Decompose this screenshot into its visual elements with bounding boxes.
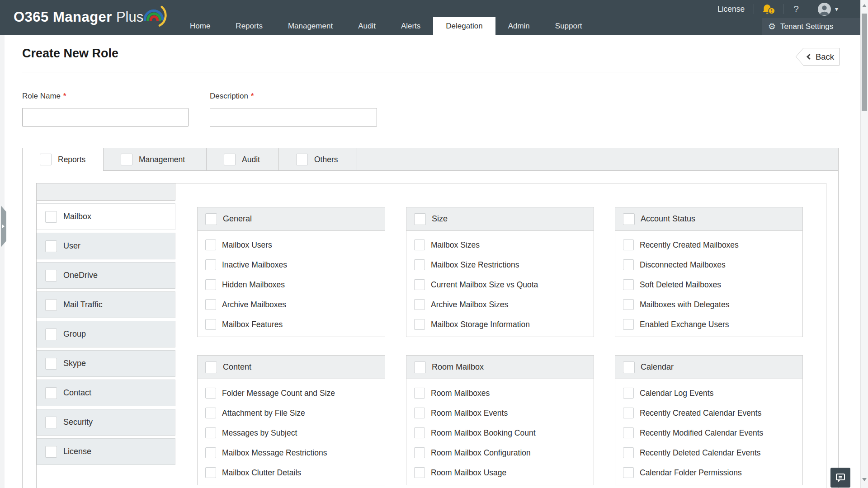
nav-item[interactable]: Management — [275, 17, 345, 35]
category-tab[interactable]: Reports — [23, 148, 104, 171]
license-link[interactable]: License — [708, 5, 754, 14]
report-item-checkbox[interactable] — [623, 319, 634, 330]
report-item[interactable]: Room Mailbox Booking Count — [414, 423, 594, 443]
nav-item[interactable]: Delegation — [433, 17, 495, 35]
sidebar-item-checkbox[interactable] — [45, 270, 57, 282]
tab-checkbox[interactable] — [224, 154, 236, 165]
report-item[interactable]: Recently Deleted Calendar Events — [623, 443, 802, 463]
report-item-checkbox[interactable] — [623, 447, 634, 458]
panel-checkbox[interactable] — [205, 361, 217, 373]
report-item[interactable]: Archive Mailboxes — [205, 295, 385, 314]
report-item-checkbox[interactable] — [623, 427, 634, 438]
report-item-checkbox[interactable] — [623, 279, 634, 290]
notification-bell-icon[interactable]: ! — [754, 3, 783, 15]
panel-header[interactable]: Account Status — [615, 207, 802, 231]
report-item-checkbox[interactable] — [414, 427, 425, 438]
report-item[interactable]: Hidden Mailboxes — [205, 275, 385, 295]
nav-item[interactable]: Support — [542, 17, 595, 35]
sidebar-item[interactable]: OneDrive — [37, 262, 175, 289]
vertical-scrollbar[interactable] — [860, 0, 868, 488]
sidebar-item[interactable]: Contact — [37, 380, 175, 406]
report-item-checkbox[interactable] — [414, 259, 425, 270]
nav-item[interactable]: Home — [177, 17, 223, 35]
report-item-checkbox[interactable] — [205, 299, 216, 310]
sidebar-item-checkbox[interactable] — [45, 211, 57, 223]
report-item-checkbox[interactable] — [623, 467, 634, 478]
report-item-checkbox[interactable] — [205, 279, 216, 290]
report-item[interactable]: Room Mailbox Configuration — [414, 443, 594, 463]
scrollbar-thumb[interactable] — [862, 14, 867, 111]
report-item-checkbox[interactable] — [205, 388, 216, 399]
scrollbar-up-arrow[interactable] — [862, 4, 867, 7]
tab-checkbox[interactable] — [40, 154, 52, 165]
report-item[interactable]: Disconnected Mailboxes — [623, 255, 802, 275]
report-item-checkbox[interactable] — [414, 299, 425, 310]
report-item-checkbox[interactable] — [623, 388, 634, 399]
sidebar-item[interactable]: Mail Traffic — [37, 291, 175, 318]
help-icon[interactable]: ? — [783, 4, 809, 14]
panel-expander-handle[interactable] — [1, 206, 6, 247]
report-item[interactable]: Room Mailbox Events — [414, 403, 594, 423]
scrollbar-down-arrow[interactable] — [862, 478, 867, 481]
sidebar-item-checkbox[interactable] — [45, 387, 57, 399]
report-item-checkbox[interactable] — [205, 447, 216, 458]
report-item-checkbox[interactable] — [414, 388, 425, 399]
report-item[interactable]: Recently Created Calendar Events — [623, 403, 802, 423]
report-item[interactable]: Mailbox Message Restrictions — [205, 443, 385, 463]
report-item-checkbox[interactable] — [205, 427, 216, 438]
report-item-checkbox[interactable] — [623, 408, 634, 418]
report-item-checkbox[interactable] — [205, 408, 216, 418]
report-item[interactable]: Room Mailbox Usage — [414, 463, 594, 483]
category-tab[interactable]: Audit — [207, 148, 279, 171]
report-item-checkbox[interactable] — [414, 319, 425, 330]
report-item-checkbox[interactable] — [414, 279, 425, 290]
sidebar-item-checkbox[interactable] — [45, 299, 57, 311]
report-item-checkbox[interactable] — [623, 299, 634, 310]
panel-checkbox[interactable] — [414, 213, 426, 225]
sidebar-item[interactable]: Skype — [37, 350, 175, 377]
report-item[interactable]: Attachment by File Size — [205, 403, 385, 423]
report-item[interactable]: Enabled Exchange Users — [623, 314, 802, 334]
report-item-checkbox[interactable] — [205, 259, 216, 270]
sidebar-item[interactable]: Group — [37, 321, 175, 347]
sidebar-item[interactable]: License — [37, 438, 175, 465]
sidebar-item-checkbox[interactable] — [45, 358, 57, 370]
report-item[interactable]: Soft Deleted Mailboxes — [623, 275, 802, 295]
panel-header[interactable]: Calendar — [615, 356, 802, 379]
panel-header[interactable]: Size — [406, 207, 594, 231]
report-item[interactable]: Calendar Folder Permissions — [623, 463, 802, 483]
report-item-checkbox[interactable] — [414, 467, 425, 478]
panel-header[interactable]: Content — [198, 356, 385, 379]
sidebar-item-checkbox[interactable] — [45, 446, 57, 458]
feedback-chat-button[interactable] — [830, 468, 850, 488]
report-item[interactable]: Mailboxes with Delegates — [623, 295, 802, 314]
sidebar-item-checkbox[interactable] — [45, 328, 57, 340]
sidebar-item[interactable]: Mailbox — [37, 203, 175, 230]
report-item[interactable]: Room Mailboxes — [414, 383, 594, 403]
report-item[interactable]: Recently Created Mailboxes — [623, 235, 802, 255]
report-item[interactable]: Recently Modified Calendar Events — [623, 423, 802, 443]
user-menu[interactable]: ▾ — [809, 2, 844, 16]
report-item[interactable]: Current Mailbox Size vs Quota — [414, 275, 594, 295]
report-item-checkbox[interactable] — [205, 467, 216, 478]
nav-item[interactable]: Alerts — [388, 17, 433, 35]
sidebar-item[interactable]: User — [37, 233, 175, 259]
panel-header[interactable]: Room Mailbox — [406, 356, 594, 379]
report-item[interactable]: Calendar Log Events — [623, 383, 802, 403]
nav-item[interactable]: Admin — [495, 17, 542, 35]
panel-checkbox[interactable] — [205, 213, 217, 225]
panel-header[interactable]: General — [198, 207, 385, 231]
nav-item[interactable]: Audit — [345, 17, 388, 35]
nav-item[interactable]: Reports — [223, 17, 275, 35]
report-item-checkbox[interactable] — [414, 408, 425, 418]
panel-checkbox[interactable] — [414, 361, 426, 373]
sidebar-item-checkbox[interactable] — [45, 240, 57, 252]
role-name-input[interactable] — [22, 108, 189, 127]
report-item-checkbox[interactable] — [623, 239, 634, 250]
tenant-settings-button[interactable]: ⚙ Tenant Settings — [762, 18, 860, 35]
report-item[interactable]: Inactive Mailboxes — [205, 255, 385, 275]
report-item[interactable]: Mailbox Clutter Details — [205, 463, 385, 483]
report-item[interactable]: Mailbox Users — [205, 235, 385, 255]
report-item-checkbox[interactable] — [623, 259, 634, 270]
tab-checkbox[interactable] — [121, 154, 132, 165]
